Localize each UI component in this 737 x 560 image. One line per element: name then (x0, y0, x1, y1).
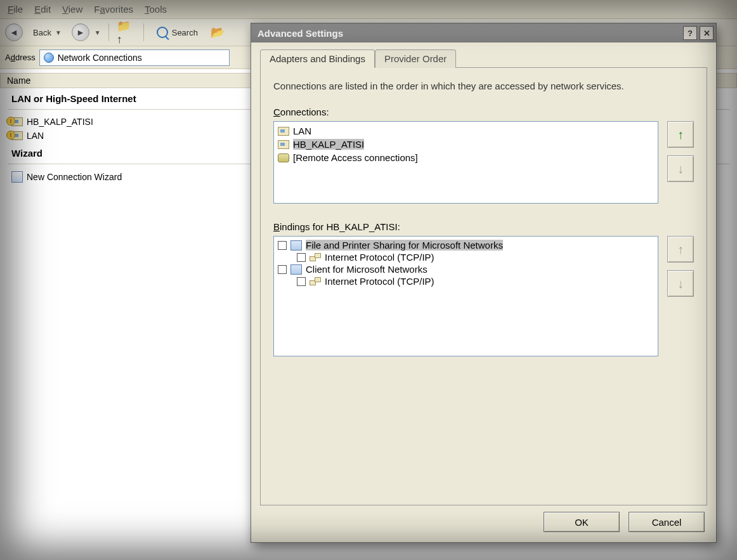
folders-button[interactable]: 📂 (208, 23, 227, 41)
bindings-listbox[interactable]: File and Printer Sharing for Microsoft N… (273, 236, 658, 356)
move-down-button[interactable]: ↓ (667, 155, 694, 182)
protocol-icon (310, 253, 321, 262)
binding-label: Client for Microsoft Networks (306, 264, 427, 275)
tab-strip: Adapters and Bindings Provider Order (251, 42, 716, 67)
list-item[interactable]: HB_KALP_ATISI (278, 138, 654, 151)
search-label: Search (172, 28, 198, 37)
arrow-down-icon: ↓ (677, 277, 684, 291)
list-item-label: [Remote Access connections] (293, 152, 418, 163)
close-icon: ✕ (703, 29, 710, 38)
list-item[interactable]: [Remote Access connections] (278, 151, 654, 164)
wizard-name: New Connection Wizard (27, 172, 122, 182)
address-input[interactable]: Network Connections (39, 49, 230, 66)
help-button[interactable]: ? (683, 26, 697, 40)
network-adapter-icon (11, 117, 23, 126)
dialog-titlebar[interactable]: Advanced Settings ? ✕ (251, 23, 716, 42)
address-value: Network Connections (58, 53, 142, 63)
service-icon (290, 240, 302, 251)
help-icon: ? (688, 29, 693, 38)
tab-adapters-bindings[interactable]: Adapters and Bindings (260, 49, 375, 68)
close-button[interactable]: ✕ (700, 26, 714, 40)
folders-icon: 📂 (211, 25, 225, 39)
connection-name: LAN (27, 131, 44, 141)
tab-panel: Connections are listed in the order in w… (260, 67, 707, 505)
dialup-icon (278, 153, 289, 162)
move-up-button[interactable]: ↑ (667, 121, 694, 148)
back-button-icon[interactable]: ◄ (5, 23, 23, 41)
folder-up-button[interactable]: 📁↑ (117, 23, 136, 41)
binding-item[interactable]: Internet Protocol (TCP/IP) (278, 251, 654, 263)
network-adapter-icon (11, 131, 23, 140)
menu-bar: File Edit View Favorites Tools (0, 0, 737, 18)
bindings-label: Bindings for HB_KALP_ATISI: (273, 221, 694, 232)
list-item-label: LAN (293, 126, 311, 136)
cancel-button[interactable]: Cancel (629, 512, 705, 532)
advanced-settings-dialog: Advanced Settings ? ✕ Adapters and Bindi… (251, 23, 717, 543)
network-adapter-icon (278, 127, 289, 136)
checkbox[interactable] (278, 265, 287, 274)
wizard-icon (11, 171, 23, 183)
menu-tools[interactable]: Tools (145, 4, 167, 15)
checkbox[interactable] (297, 253, 306, 262)
menu-favorites[interactable]: Favorites (94, 4, 133, 15)
back-label: Back (33, 28, 51, 37)
search-button[interactable]: Search (152, 24, 203, 41)
dropdown-caret-icon: ▼ (55, 29, 62, 36)
checkbox[interactable] (297, 277, 306, 286)
arrow-down-icon: ↓ (677, 162, 684, 176)
arrow-up-icon: ↑ (677, 127, 684, 142)
forward-button[interactable]: ► (72, 23, 89, 41)
globe-icon (44, 53, 54, 63)
connection-name: HB_KALP_ATISI (27, 117, 93, 127)
binding-item[interactable]: Internet Protocol (TCP/IP) (278, 275, 654, 287)
panel-description: Connections are listed in the order in w… (273, 79, 694, 93)
menu-view[interactable]: View (62, 4, 82, 15)
address-label: Address (5, 53, 36, 62)
move-up-button[interactable]: ↑ (667, 236, 694, 263)
toolbar-separator (143, 23, 144, 41)
dialog-title: Advanced Settings (258, 28, 343, 39)
dropdown-caret-icon: ▼ (95, 29, 101, 36)
checkbox[interactable] (278, 241, 287, 250)
menu-file[interactable]: File (8, 4, 23, 15)
back-button[interactable]: Back ▼ (28, 25, 67, 40)
toolbar-separator (108, 23, 109, 41)
ok-button[interactable]: OK (544, 512, 620, 532)
network-adapter-icon (278, 140, 289, 149)
list-item-label: HB_KALP_ATISI (293, 139, 364, 150)
service-icon (290, 264, 302, 275)
binding-label: Internet Protocol (TCP/IP) (325, 252, 434, 263)
folder-up-icon: 📁↑ (117, 19, 136, 46)
search-icon (157, 27, 168, 38)
list-item[interactable]: LAN (278, 124, 654, 138)
binding-label: Internet Protocol (TCP/IP) (325, 276, 434, 287)
binding-item[interactable]: File and Printer Sharing for Microsoft N… (278, 239, 654, 251)
protocol-icon (310, 277, 321, 286)
binding-label: File and Printer Sharing for Microsoft N… (306, 240, 503, 251)
move-down-button[interactable]: ↓ (667, 270, 694, 297)
arrow-up-icon: ↑ (677, 242, 684, 257)
binding-item[interactable]: Client for Microsoft Networks (278, 263, 654, 275)
connections-listbox[interactable]: LAN HB_KALP_ATISI [Remote Access connect… (273, 121, 658, 204)
tab-provider-order[interactable]: Provider Order (375, 49, 456, 68)
menu-edit[interactable]: Edit (34, 4, 51, 15)
connections-label: Connections: (273, 107, 694, 117)
dialog-button-row: OK Cancel (251, 512, 716, 542)
